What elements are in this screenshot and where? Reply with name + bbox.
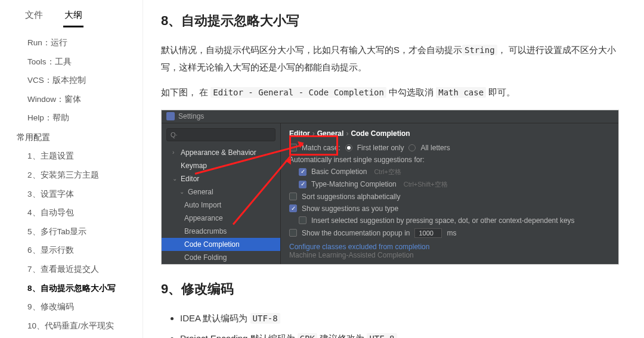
section-8-para-2: 如下图， 在 Editor - General - Code Completio… (161, 84, 619, 101)
toc-item[interactable]: Window：窗体 (0, 90, 143, 109)
tree-appearance2[interactable]: Appearance (162, 212, 280, 225)
first-letter-radio[interactable] (345, 144, 352, 151)
sort-checkbox[interactable] (289, 193, 297, 200)
tree-console[interactable]: Console (162, 264, 280, 265)
section-8-title: 8、自动提示忽略大小写 (161, 12, 619, 30)
tree-editor[interactable]: ⌄Editor (162, 172, 280, 185)
tab-file[interactable]: 文件 (24, 7, 44, 27)
list-item: Project Encoding 默认编码为 GBK 建议修改为 UTF-8 (180, 330, 619, 338)
settings-titlebar: Settings (162, 110, 618, 123)
app-icon (166, 112, 175, 120)
toc-item[interactable]: 6、显示行数 (0, 241, 143, 260)
list-item: IDEA 默认编码为 UTF-8 (180, 310, 619, 327)
inline-code: UTF-8 (367, 333, 397, 338)
tree-breadcrumbs[interactable]: Breadcrumbs (162, 225, 280, 238)
toc-item[interactable]: 8、自动提示忽略大小写 (0, 279, 143, 298)
configure-link[interactable]: Configure classes excluded from completi… (289, 243, 610, 251)
main-content: 8、自动提示忽略大小写 默认情况，自动提示代码区分大小写，比如只有输入大写的S，… (143, 0, 644, 338)
toc-item[interactable]: VCS：版本控制 (0, 71, 143, 90)
inline-code: String (462, 45, 497, 55)
first-letter-label: First letter only (357, 144, 404, 152)
inline-code: Math case (436, 87, 486, 98)
basic-checkbox[interactable] (299, 168, 306, 176)
show-as-type-checkbox[interactable] (289, 204, 297, 212)
toc-item[interactable]: Tools：工具 (0, 52, 143, 72)
all-letters-radio[interactable] (408, 144, 416, 151)
sidebar-tabs: 文件 大纲 (0, 0, 143, 27)
toc-item[interactable]: 7、查看最近提交人 (0, 260, 143, 279)
match-case-checkbox[interactable] (289, 144, 297, 151)
auto-insert-label: Automatically insert single suggestions … (289, 156, 610, 164)
toc-item[interactable]: 9、修改编码 (0, 297, 143, 317)
show-doc-checkbox[interactable] (289, 229, 297, 237)
tree-code-folding[interactable]: Code Folding (162, 251, 280, 264)
ml-label: Machine Learning-Assisted Completion (289, 251, 414, 259)
tree-code-completion[interactable]: Code Completion (162, 238, 280, 251)
inline-code: UTF-8 (250, 313, 280, 324)
typematch-checkbox[interactable] (299, 181, 306, 188)
toc-item[interactable]: Help：帮助 (0, 108, 143, 128)
toc-item[interactable]: 2、安装第三方主题 (0, 166, 143, 185)
toc-item[interactable]: 3、设置字体 (0, 185, 143, 204)
tree-general[interactable]: ⌄General (162, 185, 280, 199)
toc-item[interactable]: 模板配置 (0, 335, 143, 338)
window-title: Settings (178, 112, 204, 120)
sidebar: 文件 大纲 Run：运行Tools：工具VCS：版本控制Window：窗体Hel… (0, 0, 143, 338)
inline-code: GBK (298, 333, 317, 338)
breadcrumb: Editor›General›Code Completion (289, 129, 610, 138)
section-9-title: 9、修改编码 (161, 280, 619, 298)
toc-item[interactable]: 常用配置 (0, 128, 143, 147)
insert-sel-checkbox[interactable] (299, 216, 306, 224)
settings-screenshot: Settings Q· ›Appearance & Behavior Keyma… (161, 110, 619, 265)
row-match-case: Match case: First letter only All letter… (289, 144, 610, 152)
toc-item[interactable]: 5、多行Tab显示 (0, 222, 143, 241)
all-letters-label: All letters (420, 144, 450, 152)
toc-item[interactable]: 10、代码垂直/水平现实 (0, 317, 143, 336)
section-9-list: IDEA 默认编码为 UTF-8 Project Encoding 默认编码为 … (161, 310, 619, 339)
section-8-para-1: 默认情况，自动提示代码区分大小写，比如只有输入大写的S，才会自动提示String… (161, 42, 619, 76)
inline-code: Editor - General - Code Completion (210, 87, 386, 98)
doc-delay-input[interactable]: 1000 (414, 228, 442, 238)
settings-panel: Editor›General›Code Completion Match cas… (281, 123, 618, 265)
outline-list: Run：运行Tools：工具VCS：版本控制Window：窗体Help：帮助常用… (0, 27, 143, 338)
settings-tree: Q· ›Appearance & Behavior Keymap ⌄Editor… (162, 123, 281, 265)
toc-item[interactable]: 1、主题设置 (0, 147, 143, 166)
settings-search[interactable]: Q· (166, 128, 275, 141)
toc-item[interactable]: 4、自动导包 (0, 203, 143, 222)
match-case-label: Match case: (302, 144, 340, 152)
tree-appearance[interactable]: ›Appearance & Behavior (162, 146, 280, 159)
tree-keymap[interactable]: Keymap (162, 159, 280, 172)
tab-outline[interactable]: 大纲 (63, 7, 83, 27)
tree-auto-import[interactable]: Auto Import (162, 199, 280, 212)
toc-item[interactable]: Run：运行 (0, 33, 143, 52)
